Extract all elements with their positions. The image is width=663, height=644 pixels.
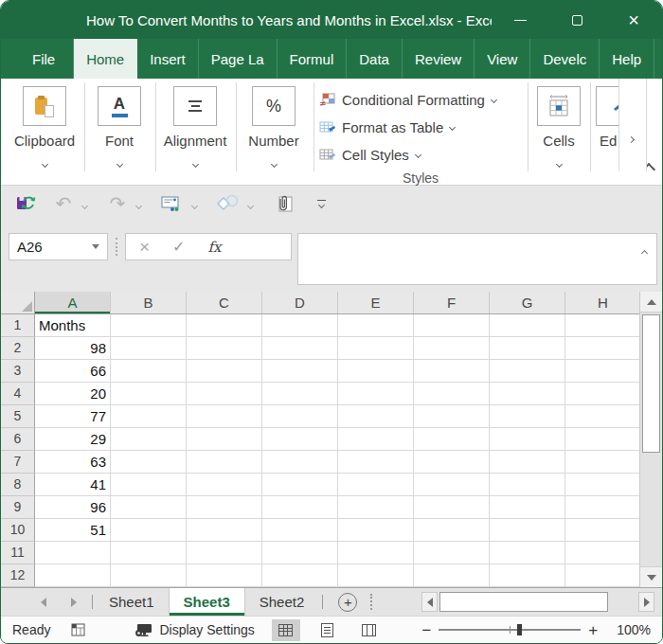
cell-E3[interactable] — [338, 360, 414, 383]
cell-E1[interactable] — [338, 314, 414, 337]
cell-C9[interactable] — [187, 496, 262, 519]
cell-D3[interactable] — [262, 360, 338, 383]
cell-B10[interactable] — [111, 519, 187, 542]
scroll-down-button[interactable] — [640, 566, 662, 587]
cell-F9[interactable] — [414, 496, 490, 519]
cell-D6[interactable] — [262, 428, 338, 451]
clipboard-group-button[interactable]: Clipboard — [9, 86, 81, 170]
cell-H2[interactable] — [565, 337, 641, 360]
cell-G6[interactable] — [490, 428, 565, 451]
cell-A1[interactable]: Months — [35, 314, 111, 337]
horizontal-scroll-thumb[interactable] — [439, 592, 608, 612]
row-header-3[interactable]: 3 — [1, 360, 35, 383]
cell-E8[interactable] — [338, 474, 414, 496]
cell-G8[interactable] — [490, 474, 565, 496]
undo-button[interactable]: ↶ — [50, 190, 77, 217]
cell-G11[interactable] — [490, 542, 565, 564]
horizontal-scrollbar[interactable] — [421, 592, 654, 612]
cell-F4[interactable] — [414, 383, 490, 405]
formula-input[interactable] — [297, 233, 657, 285]
cell-D9[interactable] — [262, 496, 338, 519]
zoom-slider[interactable] — [439, 629, 581, 631]
cell-F3[interactable] — [414, 360, 490, 383]
vertical-scroll-thumb[interactable] — [642, 314, 660, 453]
cell-D10[interactable] — [262, 519, 338, 542]
maximize-button[interactable] — [561, 7, 593, 33]
menu-tab-review[interactable]: Review — [403, 39, 475, 79]
minimize-button[interactable] — [504, 7, 536, 33]
menu-tab-develc[interactable]: Develc — [530, 39, 600, 79]
attach-button[interactable] — [270, 190, 298, 217]
cell-E6[interactable] — [338, 428, 414, 451]
tell-me-box[interactable]: Tell me — [654, 39, 663, 79]
cell-D5[interactable] — [262, 405, 338, 428]
sheet-tab-sheet1[interactable]: Sheet1 — [95, 588, 169, 616]
row-header-4[interactable]: 4 — [1, 383, 35, 405]
cell-E11[interactable] — [338, 542, 414, 564]
cell-A4[interactable]: 20 — [35, 383, 111, 405]
cell-H7[interactable] — [565, 451, 641, 474]
row-header-9[interactable]: 9 — [1, 496, 35, 519]
page-break-view-button[interactable] — [355, 619, 384, 641]
zoom-in-button[interactable]: + — [581, 622, 605, 638]
cell-H5[interactable] — [565, 405, 641, 428]
cell-F10[interactable] — [414, 519, 490, 542]
cell-B7[interactable] — [111, 451, 187, 474]
page-layout-view-button[interactable] — [314, 619, 342, 641]
cell-B12[interactable] — [111, 564, 187, 587]
previous-sheet-button[interactable] — [41, 598, 46, 607]
shapes-dropdown[interactable] — [248, 195, 253, 212]
cell-F6[interactable] — [414, 428, 490, 451]
zoom-slider-thumb[interactable] — [517, 624, 522, 635]
cell-D12[interactable] — [262, 564, 338, 587]
menu-tab-file[interactable]: File — [14, 39, 74, 79]
cell-E4[interactable] — [338, 383, 414, 405]
menu-tab-formul[interactable]: Formul — [278, 39, 348, 79]
cell-H3[interactable] — [565, 360, 641, 383]
column-header-C[interactable]: C — [187, 292, 262, 313]
cell-C7[interactable] — [187, 451, 262, 474]
ribbon-scroll-strip[interactable] — [618, 79, 647, 171]
cell-H1[interactable] — [565, 314, 641, 337]
cell-H4[interactable] — [565, 383, 641, 405]
cell-F12[interactable] — [414, 564, 490, 587]
zoom-out-button[interactable]: − — [414, 622, 439, 638]
shapes-button[interactable] — [214, 190, 242, 217]
email-button[interactable] — [158, 190, 187, 217]
cell-B1[interactable] — [111, 314, 187, 337]
column-header-B[interactable]: B — [111, 292, 187, 313]
insert-function-button[interactable]: fx — [208, 239, 222, 256]
cell-C12[interactable] — [187, 564, 262, 587]
cell-A8[interactable]: 41 — [35, 474, 111, 496]
cell-H10[interactable] — [565, 519, 641, 542]
save-autosave-button[interactable] — [12, 190, 41, 217]
cell-D7[interactable] — [262, 451, 338, 474]
cell-B8[interactable] — [111, 474, 187, 496]
cell-B6[interactable] — [111, 428, 187, 451]
cell-C1[interactable] — [187, 314, 262, 337]
horizontal-scroll-track[interactable] — [608, 592, 638, 612]
cell-A11[interactable] — [35, 542, 111, 564]
next-sheet-button[interactable] — [71, 598, 77, 607]
cell-H6[interactable] — [565, 428, 641, 451]
cell-D11[interactable] — [262, 542, 338, 564]
select-all-button[interactable] — [1, 292, 35, 313]
cell-E2[interactable] — [338, 337, 414, 360]
menu-tab-insert[interactable]: Insert — [137, 39, 199, 79]
cell-E12[interactable] — [338, 564, 414, 587]
cell-A3[interactable]: 66 — [35, 360, 111, 383]
cell-F2[interactable] — [414, 337, 490, 360]
row-header-11[interactable]: 11 — [1, 542, 35, 564]
format-as-table-button[interactable]: Format as Table — [319, 114, 522, 141]
cell-H9[interactable] — [565, 496, 641, 519]
cell-A5[interactable]: 77 — [35, 405, 111, 428]
row-header-12[interactable]: 12 — [1, 564, 35, 587]
email-dropdown[interactable] — [192, 195, 197, 212]
menu-tab-data[interactable]: Data — [347, 39, 403, 79]
sheet-tab-sheet3[interactable]: Sheet3 — [169, 588, 245, 616]
cell-F11[interactable] — [414, 542, 490, 564]
font-group-button[interactable]: A Font — [88, 86, 151, 170]
cell-C3[interactable] — [187, 360, 262, 383]
scroll-right-button[interactable] — [638, 592, 654, 612]
collapse-formula-bar-button[interactable] — [642, 242, 647, 259]
